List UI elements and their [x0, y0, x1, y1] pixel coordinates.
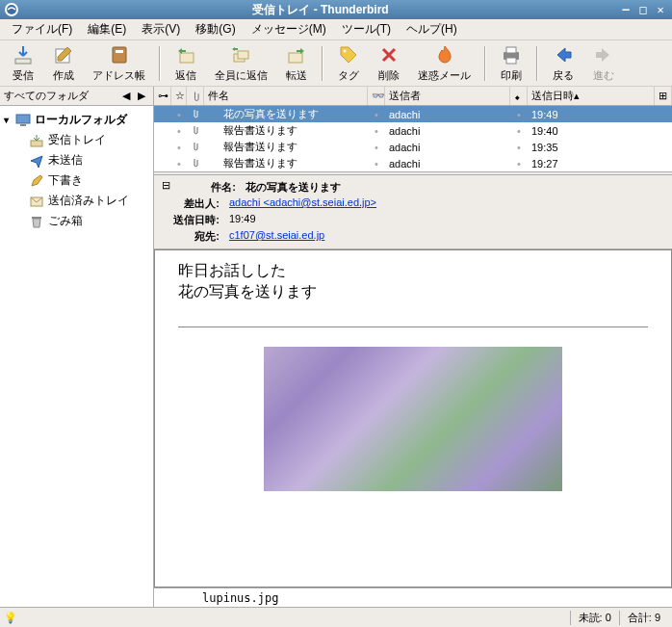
row-sender: adachi	[385, 125, 510, 137]
junk-button[interactable]: 迷惑メール	[410, 41, 478, 85]
folder-trash[interactable]: ごみ箱	[2, 211, 151, 231]
message-row[interactable]: •報告書送ります•adachi•19:40	[154, 122, 672, 139]
print-button[interactable]: 印刷	[492, 41, 530, 85]
svg-rect-5	[116, 50, 123, 53]
row-sender: adachi	[385, 142, 510, 153]
menu-message[interactable]: メッセージ(M)	[244, 19, 334, 39]
message-body: 昨日お話しした 花の写真を送ります	[154, 249, 672, 588]
message-row[interactable]: •花の写真を送ります•adachi•19:49	[154, 106, 672, 122]
back-button[interactable]: 戻る	[544, 41, 582, 85]
read-icon[interactable]: •	[368, 109, 385, 120]
header-date-value: 19:49	[229, 213, 256, 227]
app-icon	[4, 2, 19, 17]
menu-file[interactable]: ファイル(F)	[4, 19, 80, 39]
maximize-button[interactable]: □	[635, 2, 651, 17]
get-mail-button[interactable]: 受信	[4, 41, 42, 85]
junk-icon[interactable]: •	[510, 158, 528, 170]
forward-button[interactable]: 転送	[277, 41, 316, 85]
flower-image	[264, 347, 562, 491]
row-subject: 報告書送ります	[204, 156, 368, 170]
delete-button[interactable]: 削除	[370, 41, 408, 85]
svg-rect-2	[15, 59, 31, 64]
book-icon	[108, 43, 131, 66]
message-list: •花の写真を送ります•adachi•19:49•報告書送ります•adachi•1…	[154, 106, 672, 171]
row-subject: 花の写真を送ります	[204, 107, 368, 121]
row-subject: 報告書送ります	[204, 123, 368, 138]
sidebar-prev-icon[interactable]: ◀	[118, 90, 134, 102]
header-subject-label: 件名:	[178, 180, 236, 195]
pencil-icon	[52, 43, 75, 66]
svg-rect-18	[32, 217, 41, 219]
col-thread[interactable]: ⊶	[154, 87, 171, 105]
folder-inbox[interactable]: 受信トレイ	[2, 130, 151, 150]
computer-icon	[15, 113, 31, 128]
toolbar-separator	[159, 46, 161, 81]
col-star[interactable]: ☆	[171, 87, 187, 105]
download-icon	[12, 43, 35, 66]
svg-rect-13	[506, 58, 516, 64]
reply-all-button[interactable]: 全員に返信	[207, 41, 275, 85]
outbox-icon	[29, 153, 44, 169]
junk-icon[interactable]: •	[510, 142, 528, 153]
star-icon[interactable]: •	[171, 158, 187, 170]
menu-view[interactable]: 表示(V)	[134, 19, 188, 39]
read-icon[interactable]: •	[368, 142, 385, 153]
star-icon[interactable]: •	[171, 109, 187, 120]
inline-image	[178, 347, 648, 494]
col-junk[interactable]: ⬥	[510, 87, 528, 105]
col-attachment[interactable]	[187, 87, 204, 105]
folder-unsent[interactable]: 未送信	[2, 150, 151, 170]
junk-icon[interactable]: •	[510, 109, 528, 120]
collapse-header-icon[interactable]: ⊟	[162, 179, 170, 192]
reply-button[interactable]: 返信	[167, 41, 205, 85]
window-title: 受信トレイ - Thunderbird	[23, 2, 618, 18]
message-row[interactable]: •報告書送ります•adachi•19:35	[154, 139, 672, 155]
close-button[interactable]: ✕	[653, 2, 668, 17]
sent-icon	[29, 194, 44, 209]
inbox-icon	[29, 133, 44, 148]
menu-help[interactable]: ヘルプ(H)	[399, 19, 465, 39]
delete-icon	[377, 43, 401, 66]
folder-local[interactable]: ▾ ローカルフォルダ	[2, 110, 151, 130]
read-icon[interactable]: •	[368, 125, 385, 137]
body-divider	[178, 327, 648, 327]
folder-tree: ▾ ローカルフォルダ 受信トレイ 未送信 下書き 送信済みトレイ ごみ箱	[0, 106, 153, 607]
write-button[interactable]: 作成	[44, 41, 83, 85]
folder-drafts[interactable]: 下書き	[2, 170, 151, 191]
col-picker[interactable]: ⊞	[655, 87, 672, 105]
status-bar: 💡 未読: 0 合計: 9	[0, 607, 672, 627]
reply-all-icon	[230, 43, 253, 66]
read-icon[interactable]: •	[368, 158, 385, 170]
star-icon[interactable]: •	[171, 142, 187, 153]
attachment-bar[interactable]: lupinus.jpg	[154, 588, 672, 607]
bulb-icon[interactable]: 💡	[4, 612, 19, 624]
col-subject[interactable]: 件名	[204, 87, 368, 105]
attachment-icon	[187, 109, 204, 119]
row-date: 19:49	[528, 109, 672, 120]
minimize-button[interactable]: —	[618, 2, 633, 17]
attachment-name[interactable]: lupinus.jpg	[202, 591, 278, 605]
menu-tools[interactable]: ツール(T)	[334, 19, 399, 39]
toolbar-separator	[322, 46, 323, 81]
col-date[interactable]: 送信日時▴	[528, 87, 655, 105]
sidebar-next-icon[interactable]: ▶	[134, 90, 149, 102]
star-icon[interactable]: •	[171, 125, 187, 137]
tag-button[interactable]: タグ	[329, 41, 368, 85]
junk-icon[interactable]: •	[510, 125, 528, 137]
row-date: 19:35	[528, 142, 672, 153]
menu-go[interactable]: 移動(G)	[188, 19, 243, 39]
attachment-icon	[187, 158, 204, 169]
header-from-value[interactable]: adachi <adachi@st.seiai.ed.jp>	[229, 196, 376, 211]
svg-rect-16	[31, 141, 42, 146]
toolbar-separator	[536, 46, 538, 81]
folder-sent[interactable]: 送信済みトレイ	[2, 191, 151, 211]
header-from-label: 差出人:	[162, 196, 220, 211]
message-row[interactable]: •報告書送ります•adachi•19:27	[154, 155, 672, 171]
addressbook-button[interactable]: アドレス帳	[85, 41, 153, 85]
col-read[interactable]: 👓	[368, 87, 385, 105]
header-to-value[interactable]: c1f07@st.seiai.ed.jp	[229, 229, 324, 244]
col-sender[interactable]: 送信者	[385, 87, 510, 105]
svg-rect-8	[238, 51, 248, 59]
twisty-icon[interactable]: ▾	[4, 115, 15, 125]
menu-edit[interactable]: 編集(E)	[80, 19, 134, 39]
